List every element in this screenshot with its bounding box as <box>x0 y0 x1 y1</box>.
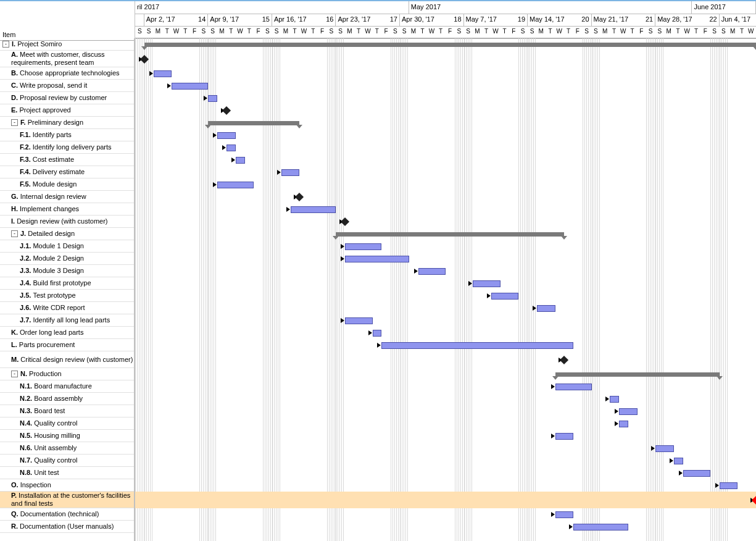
task-bar[interactable] <box>345 243 381 250</box>
task-bar[interactable] <box>573 524 628 531</box>
task-label: F.3. Cost estimate <box>20 156 74 164</box>
task-tree-row[interactable]: N.2. Board assembly <box>0 393 134 405</box>
task-tree-row[interactable]: P. Installation at the customer's facili… <box>0 492 134 508</box>
collapse-toggle[interactable]: - <box>11 119 18 126</box>
task-bar[interactable] <box>345 317 372 324</box>
task-bar[interactable] <box>683 470 710 477</box>
dependency-arrow-icon <box>487 293 491 298</box>
task-tree-row[interactable]: -N. Production <box>0 368 134 380</box>
task-bar[interactable] <box>281 169 300 176</box>
day-cell: M <box>281 26 291 35</box>
task-tree-row[interactable]: J.3. Module 3 Design <box>0 265 134 277</box>
task-bar[interactable] <box>537 305 555 312</box>
day-cell: F <box>254 26 263 35</box>
task-label: H. Implement changes <box>11 205 79 213</box>
task-label: O. Inspection <box>11 481 51 489</box>
task-tree-row[interactable]: N.4. Quality control <box>0 417 134 430</box>
task-bar[interactable] <box>674 458 683 464</box>
task-tree-row[interactable]: L. Parts procurement <box>0 339 134 351</box>
task-tree-row[interactable]: J.5. Test prototype <box>0 290 134 302</box>
task-tree-row[interactable]: N.8. Unit test <box>0 467 134 479</box>
task-tree-row[interactable]: H. Implement changes <box>0 203 134 216</box>
gantt-row <box>135 277 756 290</box>
task-tree-row[interactable]: N.7. Quality control <box>0 455 134 467</box>
summary-bar[interactable] <box>208 121 299 125</box>
task-tree-row[interactable]: I. Design review (with customer) <box>0 216 134 228</box>
task-tree-row[interactable]: -I. Project Somiro <box>0 38 134 51</box>
task-tree-row[interactable]: -F. Preliminary design <box>0 117 134 129</box>
task-bar[interactable] <box>555 433 574 440</box>
dependency-arrow-icon <box>149 71 153 76</box>
gantt-row <box>135 141 756 154</box>
task-tree-row[interactable]: F.1. Identify parts <box>0 129 134 141</box>
task-label: E. Project approved <box>11 106 71 114</box>
task-bar[interactable] <box>610 396 619 403</box>
task-bar[interactable] <box>619 408 638 415</box>
task-tree-row[interactable]: F.5. Module design <box>0 178 134 191</box>
month-cell: May 2017 <box>409 1 692 14</box>
task-tree-row[interactable]: D. Proposal review by customer <box>0 92 134 104</box>
day-cell: S <box>582 26 591 35</box>
task-tree-row[interactable]: K. Order long lead parts <box>0 327 134 339</box>
task-tree-row[interactable]: Q. Documentation (technical) <box>0 508 134 521</box>
task-bar[interactable] <box>154 70 172 77</box>
task-bar[interactable] <box>217 182 254 188</box>
task-tree-row[interactable]: N.6. Unit assembly <box>0 442 134 455</box>
task-bar[interactable] <box>291 206 336 213</box>
task-bar[interactable] <box>373 330 382 337</box>
grid-area[interactable] <box>135 38 756 541</box>
gantt-row <box>135 467 756 479</box>
task-bar[interactable] <box>345 256 409 262</box>
collapse-toggle[interactable]: - <box>11 230 18 237</box>
task-tree-row[interactable]: J.1. Module 1 Design <box>0 240 134 253</box>
task-bar[interactable] <box>720 482 738 489</box>
task-bar[interactable] <box>217 132 236 139</box>
day-cell: S <box>528 26 537 35</box>
task-bar[interactable] <box>226 145 236 151</box>
day-cell: S <box>199 26 208 35</box>
task-bar[interactable] <box>208 95 217 102</box>
task-tree-row[interactable]: N.5. Housing milling <box>0 430 134 442</box>
task-tree-row[interactable]: R. Documentation (User manuals) <box>0 521 134 533</box>
task-tree-row[interactable]: C. Write proposal, send it <box>0 80 134 92</box>
summary-bar[interactable] <box>144 43 756 47</box>
collapse-toggle[interactable]: - <box>11 371 18 377</box>
task-bar[interactable] <box>491 293 518 300</box>
task-bar[interactable] <box>555 511 574 518</box>
task-bar[interactable] <box>619 421 628 427</box>
summary-bar[interactable] <box>336 232 564 237</box>
task-bar[interactable] <box>236 157 245 164</box>
task-bar[interactable] <box>473 280 500 287</box>
task-tree-row[interactable]: G. Internal design review <box>0 191 134 203</box>
task-bar[interactable] <box>655 445 674 452</box>
task-tree-row[interactable]: -J. Detailed design <box>0 228 134 240</box>
task-tree-row[interactable]: B. Choose appropriate technologies <box>0 67 134 80</box>
task-tree-row[interactable]: N.3. Board test <box>0 405 134 417</box>
task-tree-row[interactable]: E. Project approved <box>0 104 134 117</box>
task-tree-row[interactable]: F.3. Cost estimate <box>0 154 134 166</box>
task-tree-row[interactable]: O. Inspection <box>0 479 134 492</box>
dependency-arrow-icon <box>222 145 226 150</box>
task-tree-row[interactable]: J.6. Write CDR report <box>0 302 134 314</box>
task-label: J. Detailed design <box>20 230 75 238</box>
task-tree-row[interactable]: A. Meet with customer, discuss requireme… <box>0 51 134 67</box>
task-label: K. Order long lead parts <box>11 329 83 337</box>
summary-bar[interactable] <box>555 372 720 377</box>
task-tree[interactable]: -I. Project SomiroA. Meet with customer,… <box>0 38 135 541</box>
gantt-row <box>135 38 756 51</box>
task-bar[interactable] <box>555 384 592 390</box>
timeline-pane[interactable]: ril 2017May 2017June 2017 Apr 2, '1714Ap… <box>135 1 756 541</box>
day-cell: S <box>518 26 528 35</box>
gantt-row <box>135 393 756 405</box>
task-bar[interactable] <box>418 268 446 275</box>
task-tree-row[interactable]: J.4. Build first prototype <box>0 277 134 290</box>
task-bar[interactable] <box>381 342 573 349</box>
task-bar[interactable] <box>172 83 208 90</box>
task-tree-row[interactable]: N.1. Board manufacture <box>0 380 134 393</box>
task-tree-row[interactable]: F.2. Identify long delivery parts <box>0 141 134 154</box>
collapse-toggle[interactable]: - <box>2 41 9 48</box>
task-tree-row[interactable]: J.2. Module 2 Design <box>0 253 134 265</box>
task-tree-row[interactable]: F.4. Delivery estimate <box>0 166 134 178</box>
task-tree-row[interactable]: M. Critical design review (with customer… <box>0 351 134 368</box>
task-tree-row[interactable]: J.7. Identify all long lead parts <box>0 314 134 327</box>
